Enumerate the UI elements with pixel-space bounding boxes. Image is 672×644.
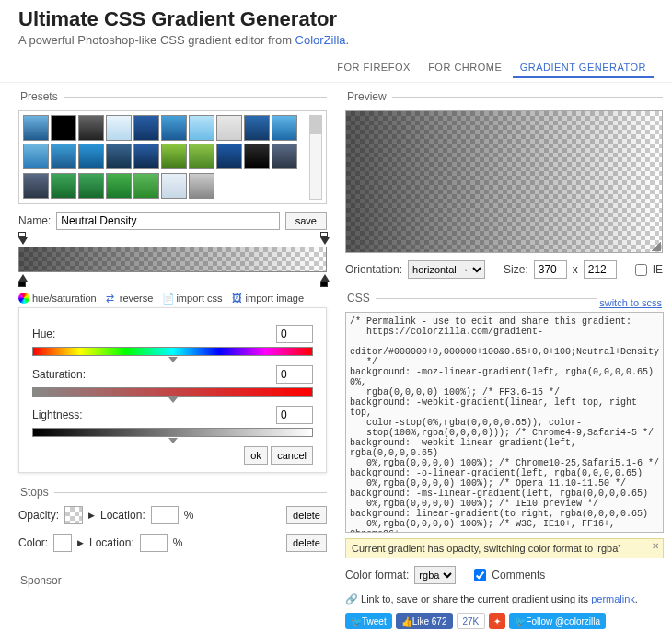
css-output[interactable]: /* Permalink - use to edit and share thi… bbox=[345, 312, 664, 533]
preset-swatch[interactable] bbox=[23, 173, 49, 199]
css-section: CSS switch to scss /* Permalink - use to… bbox=[345, 292, 664, 629]
preset-swatch[interactable] bbox=[161, 115, 187, 141]
css-legend: CSS bbox=[345, 292, 376, 305]
page-subtitle: A powerful Photoshop-like CSS gradient e… bbox=[18, 33, 654, 47]
preset-swatch[interactable] bbox=[189, 115, 214, 141]
comments-checkbox[interactable] bbox=[474, 569, 486, 581]
comments-label: Comments bbox=[492, 569, 545, 581]
preset-swatch[interactable] bbox=[133, 144, 159, 169]
preset-swatch[interactable] bbox=[78, 144, 104, 169]
tool-import-css[interactable]: 📄import css bbox=[162, 293, 222, 304]
hue-input[interactable] bbox=[276, 325, 313, 343]
stumbleupon-button[interactable]: ✦ bbox=[489, 613, 505, 629]
preset-swatch[interactable] bbox=[51, 144, 76, 169]
opacity-location-input[interactable] bbox=[151, 506, 179, 524]
opacity-label: Opacity: bbox=[18, 509, 59, 522]
color-label: Color: bbox=[18, 536, 48, 549]
preview-resize-handle[interactable] bbox=[652, 242, 661, 251]
lightness-slider[interactable] bbox=[32, 428, 313, 437]
share-text: 🔗 Link to, save or share the current gra… bbox=[345, 593, 664, 605]
preset-swatch[interactable] bbox=[133, 115, 159, 141]
saturation-slider[interactable] bbox=[32, 387, 313, 397]
opacity-delete-button[interactable]: delete bbox=[286, 506, 327, 524]
color-stop-track[interactable] bbox=[18, 272, 327, 282]
color-swatch[interactable] bbox=[53, 534, 72, 552]
preset-swatch[interactable] bbox=[244, 115, 270, 141]
preset-swatch[interactable] bbox=[161, 173, 187, 199]
presets-scrollbar[interactable] bbox=[309, 115, 322, 200]
hsl-panel: Hue: Saturation: Lightness: ok cancel bbox=[18, 307, 327, 473]
opacity-notice: Current gradient has opacity, switching … bbox=[345, 538, 664, 558]
preset-swatch[interactable] bbox=[133, 173, 159, 199]
opacity-swatch[interactable] bbox=[64, 506, 83, 524]
ie-checkbox[interactable] bbox=[635, 264, 647, 276]
preset-swatch[interactable] bbox=[189, 173, 214, 199]
top-tabs: FOR FIREFOX FOR CHROME GRADIENT GENERATO… bbox=[0, 52, 672, 83]
cancel-button[interactable]: cancel bbox=[271, 446, 313, 465]
saturation-input[interactable] bbox=[276, 365, 313, 384]
color-format-select[interactable]: rgba bbox=[414, 566, 456, 584]
preset-swatch[interactable] bbox=[106, 115, 132, 141]
color-delete-button[interactable]: delete bbox=[286, 534, 327, 552]
height-input[interactable] bbox=[584, 260, 617, 279]
name-label: Name: bbox=[18, 214, 51, 227]
tweet-button[interactable]: 🐦 Tweet bbox=[345, 613, 392, 629]
fb-like-button[interactable]: 👍 Like 672 bbox=[396, 613, 453, 629]
preset-swatch[interactable] bbox=[106, 144, 132, 169]
preset-swatch[interactable] bbox=[272, 144, 297, 169]
gradient-strip[interactable] bbox=[18, 247, 327, 272]
tab-firefox[interactable]: FOR FIREFOX bbox=[330, 58, 417, 76]
preset-swatch[interactable] bbox=[51, 173, 76, 199]
hue-icon bbox=[18, 293, 29, 304]
stops-legend: Stops bbox=[18, 486, 54, 499]
color-dropdown-icon[interactable]: ▶ bbox=[77, 538, 84, 547]
color-location-input[interactable] bbox=[140, 534, 168, 552]
notice-close-icon[interactable]: ✕ bbox=[652, 541, 659, 551]
tool-hue-saturation[interactable]: hue/saturation bbox=[18, 293, 97, 304]
preset-swatch[interactable] bbox=[189, 144, 214, 169]
orientation-select[interactable]: horizontal → bbox=[408, 260, 485, 279]
color-percent: % bbox=[173, 536, 183, 549]
preset-swatch[interactable] bbox=[78, 173, 104, 199]
permalink-link[interactable]: permalink bbox=[591, 593, 635, 604]
follow-button[interactable]: 🐦 Follow @colorzilla bbox=[509, 613, 606, 629]
stops-section: Stops Opacity: ▶ Location: % delete Colo… bbox=[18, 486, 327, 561]
preset-swatch[interactable] bbox=[244, 144, 270, 169]
ie-label: IE bbox=[653, 263, 663, 276]
opacity-dropdown-icon[interactable]: ▶ bbox=[88, 511, 95, 520]
preset-swatches bbox=[23, 115, 306, 200]
preset-swatch[interactable] bbox=[216, 144, 242, 169]
preset-swatch[interactable] bbox=[106, 173, 132, 199]
name-input[interactable] bbox=[56, 212, 279, 230]
tab-chrome[interactable]: FOR CHROME bbox=[421, 58, 509, 76]
preset-swatch[interactable] bbox=[216, 115, 242, 141]
preset-swatch[interactable] bbox=[78, 115, 104, 141]
preset-swatch[interactable] bbox=[23, 115, 49, 141]
switch-to-scss-link[interactable]: switch to scss bbox=[597, 297, 664, 308]
color-location-label: Location: bbox=[89, 536, 134, 549]
colorzilla-link[interactable]: ColorZilla bbox=[295, 33, 346, 47]
reverse-icon: ⇄ bbox=[106, 293, 117, 304]
preset-swatch[interactable] bbox=[51, 115, 76, 141]
tool-import-image[interactable]: 🖼import image bbox=[232, 293, 305, 304]
lightness-input[interactable] bbox=[276, 406, 313, 424]
presets-section: Presets Name: save bbox=[18, 90, 327, 473]
tool-reverse[interactable]: ⇄reverse bbox=[106, 293, 154, 304]
saturation-label: Saturation: bbox=[32, 368, 86, 381]
preset-swatch[interactable] bbox=[23, 144, 49, 169]
preset-swatch[interactable] bbox=[161, 144, 187, 169]
preset-swatch[interactable] bbox=[272, 115, 297, 141]
hue-label: Hue: bbox=[32, 328, 55, 340]
hue-slider[interactable] bbox=[32, 347, 313, 356]
save-button[interactable]: save bbox=[285, 212, 327, 230]
opacity-percent: % bbox=[184, 509, 194, 522]
size-label: Size: bbox=[504, 263, 528, 276]
import-image-icon: 🖼 bbox=[232, 293, 243, 304]
fb-like-count: 27K bbox=[457, 613, 486, 629]
preview-box bbox=[345, 110, 663, 253]
ok-button[interactable]: ok bbox=[244, 446, 268, 465]
width-input[interactable] bbox=[534, 260, 567, 279]
opacity-stop-track[interactable] bbox=[18, 237, 327, 247]
color-format-label: Color format: bbox=[345, 569, 409, 581]
tab-gradient-generator[interactable]: GRADIENT GENERATOR bbox=[513, 58, 654, 78]
